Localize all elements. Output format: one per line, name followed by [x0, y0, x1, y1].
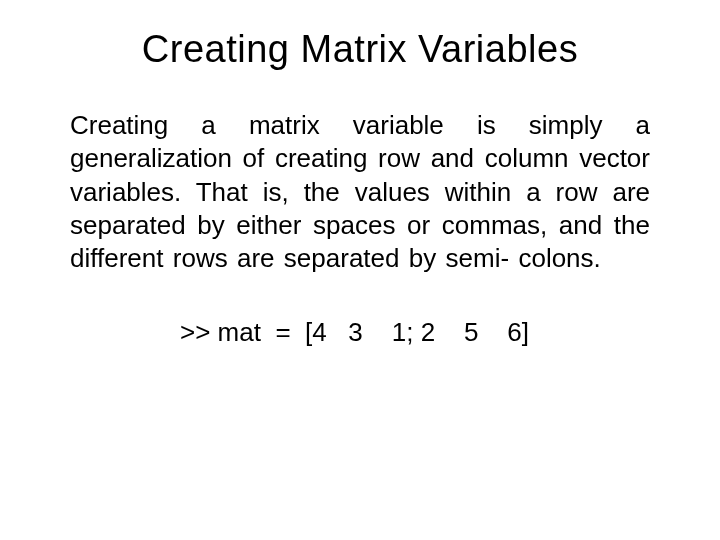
slide-title: Creating Matrix Variables [70, 28, 650, 71]
code-example: >> mat = [4 3 1; 2 5 6] [70, 317, 650, 348]
body-paragraph: Creating a matrix variable is simply a g… [70, 109, 650, 275]
